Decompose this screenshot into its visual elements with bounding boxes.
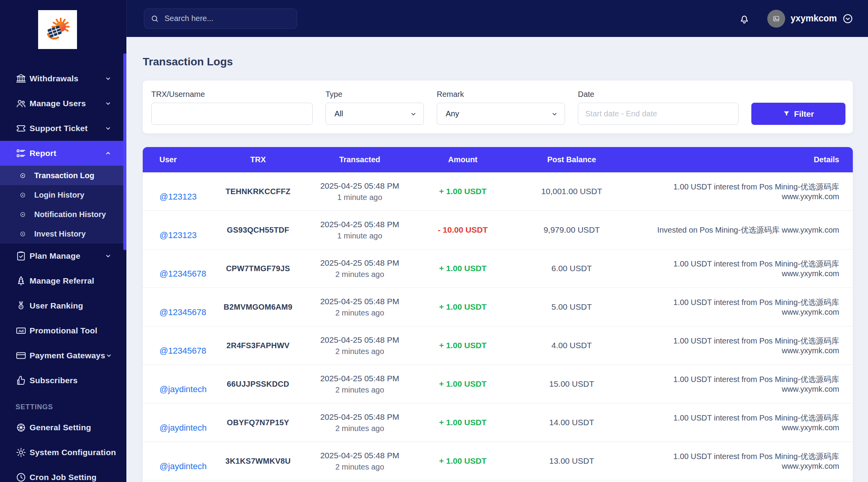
user-link[interactable]: @jaydintech [159, 423, 206, 433]
post-balance: 14.00 USDT [513, 403, 630, 442]
user-link[interactable]: @12345678 [159, 346, 206, 356]
transacted-cell: 2025-04-25 05:48 PM 1 minute ago [307, 211, 412, 249]
trx-code: GS93QCH55TDF [209, 211, 307, 249]
sidebar-item-plan-manage[interactable]: Plan Manage [0, 244, 126, 268]
sidebar-subitem-label: Invest History [34, 230, 86, 238]
sidebar-item-support-ticket[interactable]: Support Ticket [0, 116, 126, 141]
user-link[interactable]: @123123 [159, 230, 197, 240]
date-range-input[interactable] [578, 103, 738, 125]
search-input[interactable] [164, 14, 290, 23]
sidebar: Withdrawals Manage Users Support Ticket … [0, 0, 126, 482]
sidebar-item-manage-referral[interactable]: Manage Referral [0, 268, 126, 293]
transacted-datetime: 2025-04-25 05:48 PM [308, 412, 412, 422]
sidebar-menu: Withdrawals Manage Users Support Ticket … [0, 66, 126, 482]
type-select[interactable]: All [326, 103, 424, 125]
chevron-down-icon [105, 75, 112, 82]
bank-icon [16, 73, 26, 84]
remark-select[interactable]: Any [437, 103, 565, 125]
sidebar-item-user-ranking[interactable]: User Ranking [0, 293, 126, 318]
sidebar-item-subscribers[interactable]: Subscribers [0, 368, 126, 393]
sidebar-item-label: Cron Job Setting [30, 473, 96, 482]
trx-code: 66UJJPSSKDCD [209, 365, 307, 403]
tree-icon [16, 275, 26, 286]
transacted-datetime: 2025-04-25 05:48 PM [308, 220, 412, 229]
user-link[interactable]: @jaydintech [159, 384, 206, 394]
col-user: User [143, 147, 209, 172]
amount: + 1.00 USDT [412, 249, 513, 288]
wheel-icon [16, 422, 26, 433]
dot-circle-icon [19, 192, 26, 198]
chevron-down-icon [105, 252, 112, 259]
chevron-down-icon [105, 100, 112, 107]
transacted-relative: 2 minutes ago [308, 308, 412, 317]
sidebar-subitem-transaction-log[interactable]: Transaction Log [0, 166, 126, 185]
filter-button-label: Filter [794, 109, 814, 119]
table-row: @12345678 B2MVMGOM6AM9 2025-04-25 05:48 … [143, 288, 853, 326]
transacted-relative: 2 minutes ago [308, 424, 412, 433]
filter-button[interactable]: Filter [751, 103, 845, 125]
user-link[interactable]: @jaydintech [159, 461, 206, 471]
credit-card-icon [16, 350, 26, 361]
col-post-balance: Post Balance [513, 147, 630, 172]
details-text: 1.00 USDT interest from Pos Mining-优选源码库… [630, 326, 853, 365]
user-link[interactable]: @12345678 [159, 269, 206, 279]
trx-username-input[interactable] [151, 103, 313, 125]
chevron-down-icon [105, 125, 112, 132]
funnel-icon [783, 110, 790, 117]
sidebar-subitem-notification-history[interactable]: Notification History [0, 205, 126, 224]
transacted-cell: 2025-04-25 05:48 PM 2 minutes ago [307, 403, 412, 442]
bell-icon[interactable] [738, 13, 750, 25]
user-link[interactable]: @12345678 [159, 307, 206, 317]
sidebar-item-payment-gateways[interactable]: Payment Gateways [0, 343, 126, 368]
sidebar-item-label: Report [30, 149, 56, 158]
chevron-up-icon [105, 150, 112, 157]
settings-section-label: SETTINGS [16, 403, 126, 411]
amount: + 1.00 USDT [412, 442, 513, 480]
clock-icon [16, 472, 26, 482]
type-group: Type All [326, 90, 424, 125]
chevron-down-circle-icon[interactable] [842, 13, 853, 24]
remark-select-value: Any [446, 109, 459, 118]
col-trx: TRX [209, 147, 307, 172]
date-label: Date [578, 90, 738, 99]
details-text: 1.00 USDT interest from Pos Mining-优选源码库… [630, 249, 853, 288]
dot-circle-icon [19, 211, 26, 218]
transacted-datetime: 2025-04-25 05:48 PM [308, 181, 412, 191]
sidebar-item-cron-job-setting[interactable]: Cron Job Setting [0, 465, 126, 482]
sidebar-item-general-setting[interactable]: General Setting [0, 415, 126, 440]
sidebar-item-report[interactable]: Report [0, 141, 126, 166]
transacted-datetime: 2025-04-25 05:48 PM [308, 258, 412, 268]
avatar[interactable] [767, 10, 785, 28]
chevron-down-icon [410, 110, 417, 118]
transacted-datetime: 2025-04-25 05:48 PM [308, 451, 412, 460]
dot-circle-icon [19, 172, 26, 179]
sidebar-subitem-login-history[interactable]: Login History [0, 185, 126, 205]
details-text: 1.00 USDT interest from Pos Mining-优选源码库… [630, 172, 853, 211]
amount: + 1.00 USDT [412, 172, 513, 211]
amount: + 1.00 USDT [412, 326, 513, 365]
col-amount: Amount [412, 147, 513, 172]
sidebar-scrollbar-thumb[interactable] [123, 53, 126, 250]
transacted-datetime: 2025-04-25 05:48 PM [308, 335, 412, 345]
sidebar-item-withdrawals[interactable]: Withdrawals [0, 66, 126, 91]
svg-text:Ad: Ad [18, 329, 23, 333]
sidebar-item-label: Promotional Tool [30, 326, 97, 335]
type-label: Type [326, 90, 424, 99]
sidebar-item-label: User Ranking [30, 301, 83, 310]
username[interactable]: yxymkcom [791, 13, 837, 24]
type-select-value: All [334, 109, 343, 118]
transacted-relative: 2 minutes ago [308, 386, 412, 394]
remark-label: Remark [437, 90, 565, 99]
sidebar-subitem-invest-history[interactable]: Invest History [0, 224, 126, 244]
sidebar-item-label: Manage Users [30, 99, 86, 108]
sidebar-item-system-configuration[interactable]: System Configuration [0, 440, 126, 465]
app-logo[interactable] [38, 10, 77, 49]
sidebar-item-manage-users[interactable]: Manage Users [0, 91, 126, 116]
submenu-report: Transaction Log Login History Notificati… [0, 166, 126, 244]
sidebar-subitem-label: Notification History [34, 210, 106, 219]
sidebar-item-promotional-tool[interactable]: Ad Promotional Tool [0, 318, 126, 343]
sidebar-item-label: Plan Manage [30, 251, 80, 261]
user-link[interactable]: @123123 [159, 192, 197, 202]
post-balance: 15.00 USDT [513, 365, 630, 403]
post-balance: 13.00 USDT [513, 442, 630, 480]
